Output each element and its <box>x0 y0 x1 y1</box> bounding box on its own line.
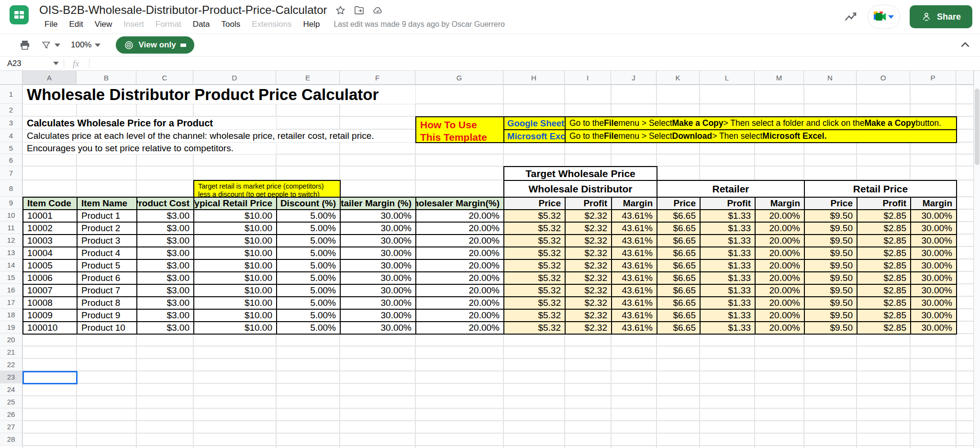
row-header-20[interactable]: 20 <box>0 334 22 346</box>
table-header-B[interactable]: Item Name <box>77 197 137 210</box>
cell-K18[interactable]: $6.65 <box>657 309 701 322</box>
cell-E14[interactable]: 5.00% <box>276 259 341 272</box>
cell-L18[interactable]: $1.33 <box>700 309 756 322</box>
row-header-22[interactable]: 22 <box>0 358 22 371</box>
cell-I13[interactable]: $2.32 <box>565 246 612 260</box>
cell-J18[interactable]: 43.61% <box>611 309 657 322</box>
row-header-1[interactable]: 1 <box>0 85 22 104</box>
cell-F11[interactable]: 30.00% <box>340 222 416 235</box>
cell-C19[interactable]: $3.00 <box>136 321 194 335</box>
cell-P12[interactable]: 30.00% <box>910 234 957 247</box>
cell-G10[interactable]: 20.00% <box>415 209 504 223</box>
table-header-N[interactable]: Price <box>804 197 858 210</box>
cell-P18[interactable]: 30.00% <box>910 309 957 322</box>
cell-A16[interactable]: 10007 <box>22 284 78 297</box>
cell-M13[interactable]: 20.00% <box>755 246 805 260</box>
row-header-12[interactable]: 12 <box>0 234 22 246</box>
row-header-4[interactable]: 4 <box>0 129 22 142</box>
cell-K15[interactable]: $6.65 <box>657 271 701 285</box>
cell-H12[interactable]: $5.32 <box>503 234 566 247</box>
cell-H15[interactable]: $5.32 <box>503 271 566 285</box>
cell-C13[interactable]: $3.00 <box>136 246 194 260</box>
cell-M11[interactable]: 20.00% <box>755 222 805 235</box>
cell-E15[interactable]: 5.00% <box>276 271 341 285</box>
cell-H13[interactable]: $5.32 <box>503 246 566 260</box>
cell-K10[interactable]: $6.65 <box>657 209 701 223</box>
column-header-N[interactable]: N <box>804 71 857 85</box>
cell-K16[interactable]: $6.65 <box>657 284 701 297</box>
cell-F16[interactable]: 30.00% <box>340 284 416 297</box>
cell-F18[interactable]: 30.00% <box>340 309 416 322</box>
cell-H16[interactable]: $5.32 <box>503 284 566 297</box>
cell-A11[interactable]: 10002 <box>22 222 78 235</box>
table-header-L[interactable]: Profit <box>700 197 756 210</box>
table-header-C[interactable]: Product Cost <box>136 197 194 210</box>
cell-N15[interactable]: $9.50 <box>804 271 858 285</box>
cell-G11[interactable]: 20.00% <box>415 222 504 235</box>
column-header-O[interactable]: O <box>857 71 910 85</box>
cell-C17[interactable]: $3.00 <box>136 296 194 310</box>
cell-J16[interactable]: 43.61% <box>611 284 657 297</box>
cell-O18[interactable]: $2.85 <box>857 309 911 322</box>
cell-M19[interactable]: 20.00% <box>755 321 805 335</box>
cell-P16[interactable]: 30.00% <box>910 284 957 297</box>
cell-B17[interactable]: Product 8 <box>77 296 137 310</box>
cell-E17[interactable]: 5.00% <box>276 296 341 310</box>
row-header-13[interactable]: 13 <box>0 246 22 259</box>
cell-F10[interactable]: 30.00% <box>340 209 416 223</box>
cell-P15[interactable]: 30.00% <box>910 271 957 285</box>
cell-H11[interactable]: $5.32 <box>503 222 566 235</box>
row-header-19[interactable]: 19 <box>0 321 22 334</box>
row-header-9[interactable]: 9 <box>0 197 22 209</box>
sheet-main-title[interactable]: Wholesale Distributor Product Price Calc… <box>23 85 415 104</box>
cell-A14[interactable]: 10005 <box>22 259 78 272</box>
cell-I19[interactable]: $2.32 <box>565 321 612 335</box>
cell-E13[interactable]: 5.00% <box>276 246 341 260</box>
cell-A10[interactable]: 10001 <box>22 209 78 223</box>
cell-I11[interactable]: $2.32 <box>565 222 612 235</box>
cell-B11[interactable]: Product 2 <box>77 222 137 235</box>
cell-D17[interactable]: $10.00 <box>193 296 277 310</box>
cell-P19[interactable]: 30.00% <box>910 321 957 335</box>
row-header-28[interactable]: 28 <box>0 433 22 446</box>
cell-L15[interactable]: $1.33 <box>700 271 756 285</box>
cell-D13[interactable]: $10.00 <box>193 246 277 260</box>
cell-E19[interactable]: 5.00% <box>276 321 341 335</box>
cell-M18[interactable]: 20.00% <box>755 309 805 322</box>
cell-A13[interactable]: 10004 <box>22 246 78 260</box>
howto-title[interactable]: How To Use This Template <box>415 116 504 143</box>
cell-C15[interactable]: $3.00 <box>136 271 194 285</box>
cell-B13[interactable]: Product 4 <box>77 246 137 260</box>
column-header-M[interactable]: M <box>755 71 804 85</box>
target-wholesale-price-header[interactable]: Target Wholesale Price <box>503 166 657 181</box>
cell-O12[interactable]: $2.85 <box>857 234 911 247</box>
sheet-subtitle[interactable]: Calculates Wholesale Price for a Product <box>23 117 276 129</box>
column-header-K[interactable]: K <box>657 71 700 85</box>
wholesale-distributor-header[interactable]: Wholesale Distributor <box>503 180 657 198</box>
cell-B14[interactable]: Product 5 <box>77 259 137 272</box>
cell-P10[interactable]: 30.00% <box>910 209 957 223</box>
cell-E10[interactable]: 5.00% <box>276 209 341 223</box>
row-header-3[interactable]: 3 <box>0 116 22 129</box>
cell-P17[interactable]: 30.00% <box>910 296 957 310</box>
column-header-partial[interactable] <box>956 71 974 85</box>
cell-E16[interactable]: 5.00% <box>276 284 341 297</box>
row-header-7[interactable]: 7 <box>0 166 22 180</box>
table-header-H[interactable]: Price <box>503 197 566 210</box>
row-header-14[interactable]: 14 <box>0 259 22 271</box>
vertical-scrollbar[interactable] <box>974 71 980 448</box>
cell-F17[interactable]: 30.00% <box>340 296 416 310</box>
retail-price-header[interactable]: Retail Price <box>804 180 957 198</box>
column-header-I[interactable]: I <box>565 71 611 85</box>
cell-M10[interactable]: 20.00% <box>755 209 805 223</box>
cell-I12[interactable]: $2.32 <box>565 234 612 247</box>
cell-L17[interactable]: $1.33 <box>700 296 756 310</box>
cell-M12[interactable]: 20.00% <box>755 234 805 247</box>
cell-C14[interactable]: $3.00 <box>136 259 194 272</box>
cell-H18[interactable]: $5.32 <box>503 309 566 322</box>
table-header-P[interactable]: Margin <box>910 197 957 210</box>
column-header-A[interactable]: A <box>22 71 77 85</box>
cell-K19[interactable]: $6.65 <box>657 321 701 335</box>
cell-O14[interactable]: $2.85 <box>857 259 911 272</box>
column-header-J[interactable]: J <box>611 71 657 85</box>
